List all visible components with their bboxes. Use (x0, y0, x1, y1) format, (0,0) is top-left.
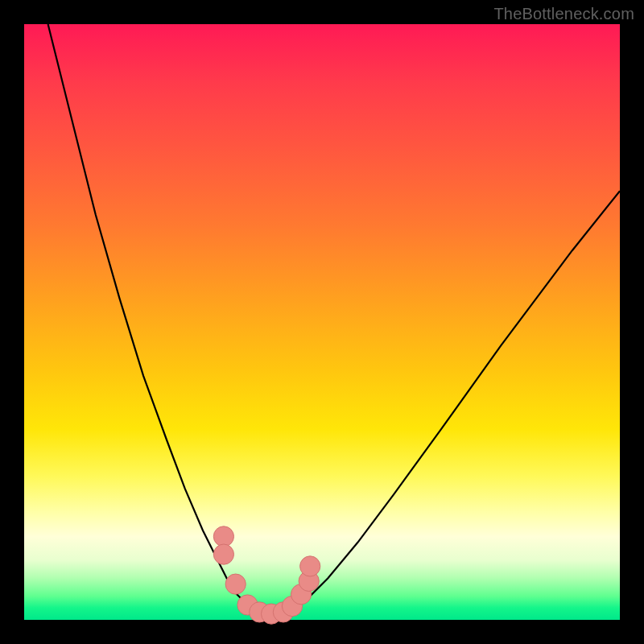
marker-dot (213, 544, 233, 564)
marker-dot (300, 556, 320, 576)
watermark-text: TheBottleneck.com (493, 5, 634, 23)
bottom-marker-cluster (213, 526, 320, 624)
marker-dot (225, 574, 246, 594)
right-curve (268, 191, 620, 620)
left-curve (48, 24, 269, 620)
curve-overlay (24, 24, 620, 620)
marker-dot (213, 526, 233, 547)
outer-frame: TheBottleneck.com (0, 0, 644, 644)
